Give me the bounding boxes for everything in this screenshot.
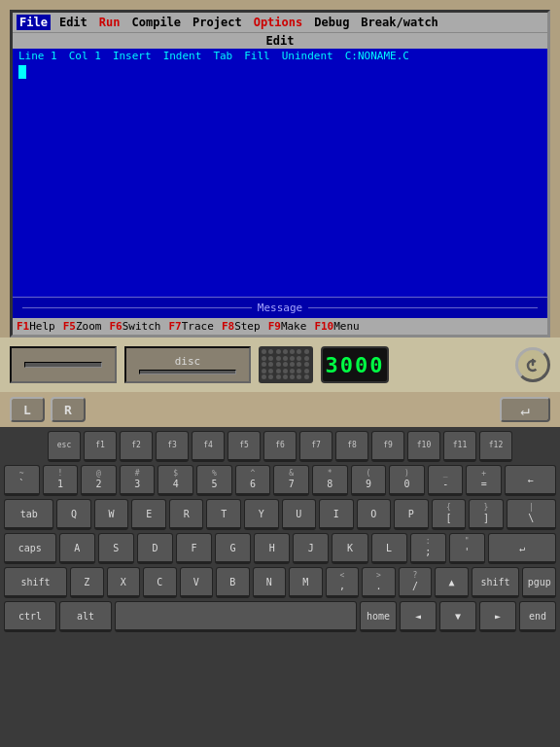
enter-button[interactable]: ↵ <box>500 397 550 422</box>
key-w[interactable]: W <box>94 499 129 530</box>
menu-file[interactable]: File <box>17 15 51 30</box>
key-f12[interactable]: f12 <box>479 431 512 462</box>
key-2[interactable]: @2 <box>81 465 117 496</box>
key-j[interactable]: J <box>293 533 329 564</box>
key-s[interactable]: S <box>98 533 134 564</box>
key-comma[interactable]: <, <box>326 567 360 598</box>
key-d[interactable]: D <box>137 533 173 564</box>
key-0[interactable]: )0 <box>389 465 425 496</box>
key-f8[interactable]: f8 <box>335 431 368 462</box>
key-o[interactable]: O <box>357 499 392 530</box>
key-f4[interactable]: f4 <box>192 431 225 462</box>
key-space[interactable] <box>115 601 357 632</box>
key-f10[interactable]: f10 <box>407 431 440 462</box>
key-lshift[interactable]: shift <box>4 567 67 598</box>
key-q[interactable]: Q <box>56 499 91 530</box>
key-e[interactable]: E <box>131 499 166 530</box>
key-6[interactable]: ^6 <box>235 465 271 496</box>
key-ctrl[interactable]: ctrl <box>4 601 56 632</box>
key-alt[interactable]: alt <box>59 601 112 632</box>
key-rshift[interactable]: shift <box>472 567 520 598</box>
key-g[interactable]: G <box>215 533 251 564</box>
fn7-item[interactable]: F7 Trace <box>169 320 214 333</box>
fn5-item[interactable]: F5 Zoom <box>63 320 102 333</box>
key-quote[interactable]: "' <box>449 533 485 564</box>
key-p[interactable]: P <box>394 499 429 530</box>
key-9[interactable]: (9 <box>351 465 387 496</box>
key-u[interactable]: U <box>282 499 317 530</box>
key-f[interactable]: F <box>176 533 212 564</box>
key-1[interactable]: !1 <box>43 465 79 496</box>
key-minus[interactable]: _- <box>428 465 464 496</box>
menu-run[interactable]: Run <box>96 15 123 30</box>
key-z[interactable]: Z <box>70 567 104 598</box>
key-left-arrow[interactable]: ◄ <box>400 601 437 632</box>
floppy-drive-1[interactable] <box>10 346 117 383</box>
key-f6[interactable]: f6 <box>263 431 297 462</box>
key-5[interactable]: %5 <box>196 465 232 496</box>
key-equals[interactable]: += <box>466 465 502 496</box>
menu-compile[interactable]: Compile <box>129 15 185 30</box>
key-f3[interactable]: f3 <box>156 431 189 462</box>
fn9-item[interactable]: F9 Make <box>268 320 307 333</box>
key-semicolon[interactable]: :; <box>410 533 446 564</box>
key-f1[interactable]: f1 <box>84 431 117 462</box>
key-home[interactable]: home <box>360 601 397 632</box>
key-right-arrow[interactable]: ► <box>479 601 516 632</box>
key-h[interactable]: H <box>254 533 290 564</box>
key-end[interactable]: end <box>519 601 556 632</box>
message-area: Message <box>13 297 547 318</box>
key-lbracket[interactable]: {[ <box>432 499 467 530</box>
disc-label: disc <box>175 355 201 368</box>
key-f9[interactable]: f9 <box>371 431 404 462</box>
fn6-item[interactable]: F6 Switch <box>110 320 161 333</box>
key-backspace[interactable]: ← <box>505 465 556 496</box>
key-l[interactable]: L <box>371 533 407 564</box>
key-i[interactable]: I <box>319 499 354 530</box>
floppy-drive-2[interactable]: disc <box>124 346 251 383</box>
key-r[interactable]: R <box>169 499 204 530</box>
key-f5[interactable]: f5 <box>228 431 261 462</box>
key-rbracket[interactable]: }] <box>469 499 504 530</box>
fn10-item[interactable]: F10 Menu <box>314 320 359 333</box>
key-4[interactable]: $4 <box>158 465 193 496</box>
menu-edit[interactable]: Edit <box>56 15 90 30</box>
key-f2[interactable]: f2 <box>120 431 153 462</box>
key-m[interactable]: M <box>289 567 323 598</box>
key-k[interactable]: K <box>332 533 368 564</box>
key-esc[interactable]: esc <box>48 431 81 462</box>
menu-options[interactable]: Options <box>251 15 306 30</box>
edit-area[interactable] <box>13 63 547 297</box>
key-c[interactable]: C <box>143 567 177 598</box>
key-f7[interactable]: f7 <box>299 431 332 462</box>
key-b[interactable]: B <box>216 567 250 598</box>
key-pgup[interactable]: pgup <box>522 567 556 598</box>
key-period[interactable]: >. <box>362 567 396 598</box>
key-n[interactable]: N <box>253 567 287 598</box>
key-t[interactable]: T <box>206 499 241 530</box>
key-slash[interactable]: ?/ <box>399 567 433 598</box>
key-v[interactable]: V <box>180 567 214 598</box>
fn1-item[interactable]: F1 Help <box>17 320 55 333</box>
key-enter[interactable]: ↵ <box>488 533 556 564</box>
key-tab[interactable]: tab <box>4 499 53 530</box>
key-backtick[interactable]: ~` <box>4 465 40 496</box>
key-backslash[interactable]: |\ <box>507 499 556 530</box>
key-a[interactable]: A <box>59 533 95 564</box>
menu-breakwatch[interactable]: Break/watch <box>358 15 440 30</box>
fn8-item[interactable]: F8 Step <box>222 320 261 333</box>
r-button[interactable]: R <box>51 397 86 422</box>
key-down-arrow[interactable]: ▼ <box>439 601 476 632</box>
menu-debug[interactable]: Debug <box>311 15 352 30</box>
power-button[interactable] <box>515 347 550 382</box>
key-3[interactable]: #3 <box>120 465 156 496</box>
key-x[interactable]: X <box>107 567 141 598</box>
key-f11[interactable]: f11 <box>443 431 476 462</box>
key-up-arrow[interactable]: ▲ <box>435 567 469 598</box>
key-8[interactable]: *8 <box>312 465 348 496</box>
key-7[interactable]: &7 <box>273 465 309 496</box>
key-y[interactable]: Y <box>244 499 279 530</box>
key-caps[interactable]: caps <box>4 533 56 564</box>
menu-project[interactable]: Project <box>190 15 245 30</box>
l-button[interactable]: L <box>10 397 45 422</box>
